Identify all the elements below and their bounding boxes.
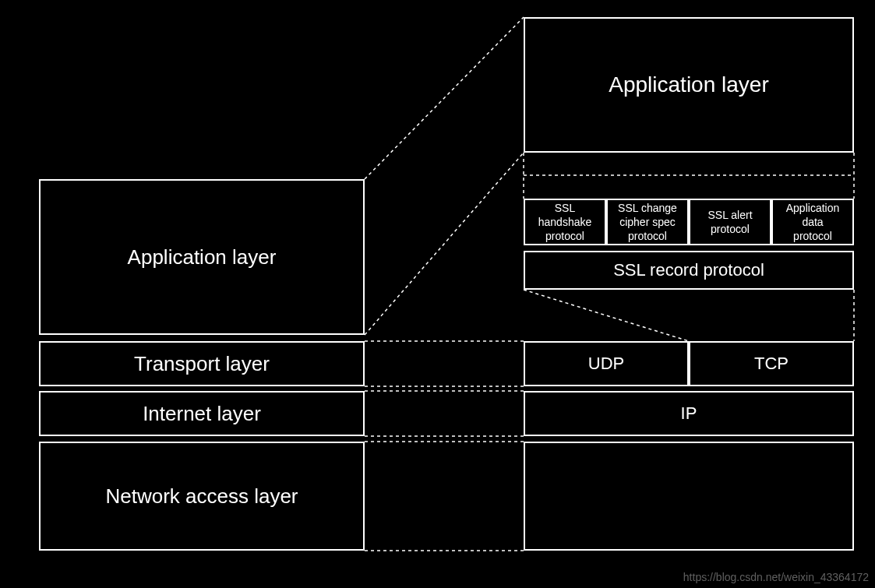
label: Transport layer [134,352,270,376]
left-transport-layer: Transport layer [39,341,365,386]
ssl-handshake-protocol: SSL handshake protocol [524,199,606,245]
application-data-protocol: Application data protocol [771,199,854,245]
label: SSL change cipher spec protocol [618,201,677,244]
right-network-access-box [524,442,854,551]
label: Application data protocol [786,201,840,244]
label: Application layer [128,245,277,269]
label: SSL record protocol [613,260,764,280]
udp-box: UDP [524,341,689,386]
ip-box: IP [524,391,854,436]
svg-line-5 [524,290,689,341]
label: Network access layer [105,484,298,509]
tcp-box: TCP [689,341,854,386]
label: Application layer [609,72,768,97]
left-internet-layer: Internet layer [39,391,365,436]
label: Internet layer [143,402,261,426]
label: SSL alert protocol [707,208,752,236]
svg-line-0 [365,17,524,179]
label: UDP [588,354,624,374]
left-application-layer: Application layer [39,179,365,335]
label: SSL handshake protocol [538,201,592,244]
watermark-text: https://blog.csdn.net/weixin_43364172 [683,571,869,583]
ssl-alert-protocol: SSL alert protocol [689,199,771,245]
ssl-record-protocol: SSL record protocol [524,251,854,290]
label: IP [681,403,697,424]
ssl-change-cipher-spec-protocol: SSL change cipher spec protocol [606,199,689,245]
right-application-layer: Application layer [524,17,854,153]
left-network-access-layer: Network access layer [39,442,365,551]
label: TCP [754,354,789,374]
svg-line-1 [365,153,524,335]
watermark: https://blog.csdn.net/weixin_43364172 [683,571,869,583]
